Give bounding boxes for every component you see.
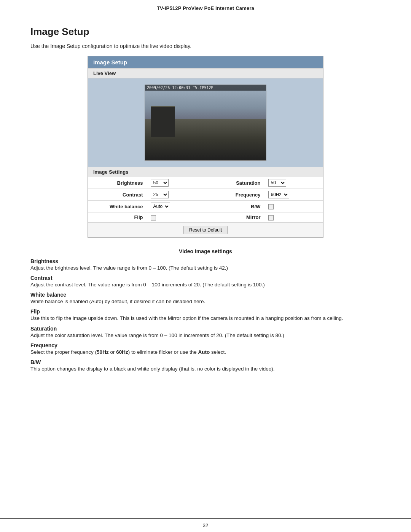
desc-bw: B/W This option changes the display to a… xyxy=(30,359,381,373)
image-setup-panel: Image Setup Live View 2009/02/26 12:00:3… xyxy=(88,56,323,238)
desc-white-balance-text: White balance is enabled (Auto) by defau… xyxy=(30,298,381,305)
desc-frequency-text: Select the proper frequency (50Hz or 60H… xyxy=(30,348,381,356)
contrast-select[interactable]: 25 020406080100 xyxy=(151,191,169,198)
page-content: Image Setup Use the Image Setup configur… xyxy=(0,15,411,395)
mirror-checkbox[interactable] xyxy=(268,215,274,220)
frequency-value-cell: 60Hz 50Hz Auto xyxy=(264,189,323,201)
desc-saturation-label: Saturation xyxy=(30,326,381,332)
panel-header: Image Setup xyxy=(88,56,323,68)
camera-feed: 2009/02/26 12:00:31 TV-IP512P xyxy=(145,85,266,161)
contrast-value-cell: 25 020406080100 xyxy=(147,189,206,201)
camera-timestamp: 2009/02/26 12:00:31 TV-IP512P xyxy=(145,85,266,91)
frequency-label: Frequency xyxy=(206,189,264,201)
desc-bw-text: This option changes the display to a bla… xyxy=(30,365,381,373)
image-settings-label: Image Settings xyxy=(88,167,323,177)
desc-brightness-label: Brightness xyxy=(30,258,381,264)
flip-label: Flip xyxy=(88,212,147,223)
desc-white-balance-label: White balance xyxy=(30,292,381,298)
page-number: 32 xyxy=(203,522,208,528)
flip-row: Flip Mirror xyxy=(88,212,323,223)
brightness-select[interactable]: 50 010203040 60708090100 xyxy=(151,179,169,187)
desc-brightness-text: Adjust the brightness level. The value r… xyxy=(30,264,381,272)
mirror-value-cell xyxy=(264,212,323,223)
saturation-value-cell: 50 020406080100 xyxy=(264,177,323,189)
saturation-select[interactable]: 50 020406080100 xyxy=(268,179,286,187)
flip-value-cell xyxy=(147,212,206,223)
page-wrapper: TV-IP512P ProView PoE Internet Camera Im… xyxy=(0,0,411,532)
flip-checkbox[interactable] xyxy=(151,215,156,220)
desc-bw-label: B/W xyxy=(30,359,381,365)
live-view-area: 2009/02/26 12:00:31 TV-IP512P xyxy=(88,78,323,167)
video-image-settings-title: Video image settings xyxy=(30,248,381,254)
reset-row: Reset to Default xyxy=(88,222,323,237)
desc-contrast-text: Adjust the contrast level. The value ran… xyxy=(30,281,381,289)
desc-saturation-text: Adjust the color saturation level. The v… xyxy=(30,332,381,339)
page-footer: 32 xyxy=(0,518,411,532)
page-header: TV-IP512P ProView PoE Internet Camera xyxy=(0,0,411,15)
white-balance-label: White balance xyxy=(88,201,147,212)
desc-flip-text: Use this to flip the image upside down. … xyxy=(30,315,381,322)
descriptions-section: Video image settings Brightness Adjust t… xyxy=(30,247,381,380)
white-balance-select[interactable]: Auto Off xyxy=(151,203,170,210)
live-view-label: Live View xyxy=(88,68,323,78)
brightness-row: Brightness 50 010203040 60708090100 Satu… xyxy=(88,177,323,189)
desc-white-balance: White balance White balance is enabled (… xyxy=(30,292,381,305)
frequency-select[interactable]: 60Hz 50Hz Auto xyxy=(268,191,289,198)
contrast-row: Contrast 25 020406080100 Frequency 60Hz … xyxy=(88,189,323,201)
reset-button[interactable]: Reset to Default xyxy=(183,226,228,234)
saturation-label: Saturation xyxy=(206,177,264,189)
desc-frequency-label: Frequency xyxy=(30,342,381,348)
camera-scene xyxy=(145,85,266,160)
desc-brightness: Brightness Adjust the brightness level. … xyxy=(30,258,381,272)
header-title: TV-IP512P ProView PoE Internet Camera xyxy=(157,5,254,11)
white-balance-value-cell: Auto Off xyxy=(147,201,206,212)
bw-label: B/W xyxy=(206,201,264,212)
page-title: Image Setup xyxy=(30,26,381,38)
contrast-label: Contrast xyxy=(88,189,147,201)
desc-contrast-label: Contrast xyxy=(30,275,381,281)
bw-checkbox[interactable] xyxy=(268,204,274,209)
brightness-value-cell: 50 010203040 60708090100 xyxy=(147,177,206,189)
desc-frequency: Frequency Select the proper frequency (5… xyxy=(30,342,381,356)
brightness-label: Brightness xyxy=(88,177,147,189)
intro-text: Use the Image Setup configuration to opt… xyxy=(30,43,381,49)
white-balance-row: White balance Auto Off B/W xyxy=(88,201,323,212)
bw-value-cell xyxy=(264,201,323,212)
desc-flip: Flip Use this to flip the image upside d… xyxy=(30,308,381,322)
mirror-label: Mirror xyxy=(206,212,264,223)
desc-contrast: Contrast Adjust the contrast level. The … xyxy=(30,275,381,289)
desc-flip-label: Flip xyxy=(30,308,381,315)
desc-saturation: Saturation Adjust the color saturation l… xyxy=(30,326,381,339)
settings-table: Brightness 50 010203040 60708090100 Satu… xyxy=(88,177,323,237)
reset-cell: Reset to Default xyxy=(88,222,323,237)
